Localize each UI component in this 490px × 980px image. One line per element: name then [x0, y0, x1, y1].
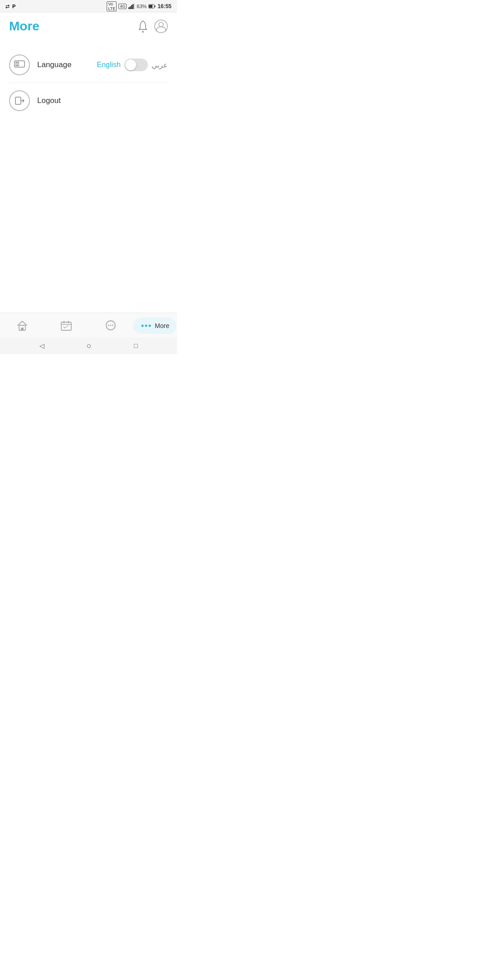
logout-label: Logout	[37, 96, 168, 105]
chat-icon	[105, 320, 117, 331]
signal-icon	[128, 4, 135, 9]
profile-button[interactable]	[154, 20, 168, 33]
svg-rect-4	[134, 4, 135, 9]
svg-rect-0	[128, 7, 130, 9]
svg-text:EN: EN	[16, 63, 19, 65]
english-label: English	[97, 61, 121, 69]
toggle-knob	[125, 59, 136, 70]
page-title: More	[9, 19, 39, 34]
battery-level: 63%	[137, 4, 147, 9]
svg-rect-2	[131, 5, 132, 9]
more-dots-icon	[140, 320, 152, 331]
sys-back-button[interactable]: ◁	[39, 342, 44, 349]
svg-point-9	[155, 20, 167, 33]
usb-icon: ⇄	[5, 4, 10, 10]
language-label: Language	[37, 60, 97, 69]
svg-point-23	[110, 325, 111, 326]
language-toggle-area: English عربي	[97, 59, 168, 71]
svg-rect-14	[15, 97, 21, 104]
svg-rect-6	[155, 5, 156, 7]
bottom-navigation: More	[0, 313, 177, 338]
svg-rect-1	[130, 6, 131, 9]
time-display: 16:55	[157, 3, 172, 10]
more-nav-label: More	[155, 322, 169, 329]
status-bar: ⇄ P VoLTE 4G 63% 16:55	[0, 0, 177, 13]
more-nav-bg: More	[133, 318, 176, 334]
svg-point-24	[112, 325, 113, 326]
svg-point-8	[142, 31, 144, 33]
4g-icon: 4G	[118, 4, 127, 9]
logout-icon-circle	[9, 90, 30, 111]
battery-icon	[148, 4, 156, 9]
notification-button[interactable]	[137, 20, 149, 33]
sys-recents-button[interactable]: □	[134, 342, 137, 349]
arabic-label: عربي	[152, 61, 168, 69]
nav-chat[interactable]	[88, 320, 133, 331]
svg-rect-3	[132, 4, 134, 9]
language-icon-circle: EN	[9, 54, 30, 75]
sys-home-button[interactable]: ○	[87, 341, 92, 351]
calendar-icon	[60, 320, 72, 331]
volte-icon: VoLTE	[107, 1, 117, 11]
svg-rect-17	[61, 322, 71, 330]
content-area: EN Language English عربي Logout	[0, 40, 177, 313]
nav-more[interactable]: More	[133, 318, 177, 334]
header-icons	[137, 20, 168, 33]
nav-calendar[interactable]	[44, 320, 89, 331]
home-icon	[16, 320, 28, 331]
status-bar-right: VoLTE 4G 63% 16:55	[107, 1, 172, 11]
system-navigation: ◁ ○ □	[0, 338, 177, 354]
status-bar-left: ⇄ P	[5, 4, 15, 10]
svg-point-22	[108, 325, 109, 326]
svg-point-27	[149, 325, 151, 327]
nav-home[interactable]	[0, 320, 44, 331]
svg-rect-7	[149, 5, 152, 8]
parking-icon: P	[12, 4, 15, 9]
header: More	[0, 13, 177, 40]
svg-point-10	[159, 22, 163, 27]
language-toggle[interactable]	[124, 59, 148, 71]
svg-rect-16	[21, 328, 24, 330]
svg-point-25	[142, 325, 144, 327]
language-menu-item[interactable]: EN Language English عربي	[0, 47, 177, 83]
logout-menu-item[interactable]: Logout	[0, 83, 177, 118]
svg-point-26	[145, 325, 147, 327]
